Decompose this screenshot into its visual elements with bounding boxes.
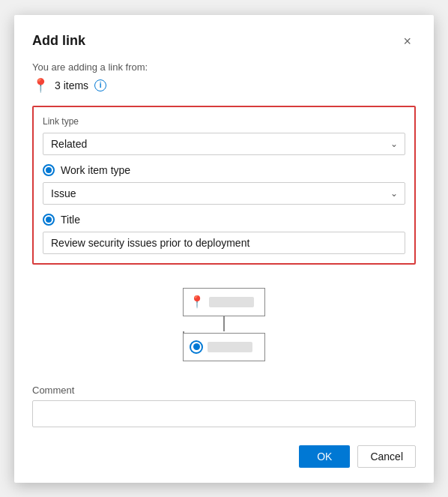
comment-section: Comment — [32, 385, 416, 427]
diagram-connector-top — [223, 316, 225, 331]
diagram-radio-inner — [193, 343, 200, 350]
work-item-type-label: Work item type — [61, 164, 130, 176]
ok-button[interactable]: OK — [299, 445, 350, 468]
link-type-label: Link type — [43, 116, 405, 127]
work-item-type-radio[interactable] — [43, 164, 55, 176]
comment-input[interactable] — [32, 400, 416, 427]
work-item-type-select-wrapper: Issue Epic Feature Task Bug ⌄ — [43, 182, 405, 205]
add-link-dialog: Add link × You are adding a link from: 📍… — [14, 15, 434, 483]
source-label: You are adding a link from: — [32, 61, 416, 73]
info-icon[interactable]: i — [94, 79, 106, 91]
work-item-type-radio-row: Work item type — [43, 164, 405, 176]
title-label: Title — [61, 214, 80, 226]
dialog-title: Add link — [32, 33, 85, 49]
items-count: 3 items — [55, 79, 88, 91]
diagram-bottom-box — [183, 333, 265, 361]
link-section: Link type Related Parent Child Duplicate… — [32, 106, 416, 265]
cancel-button[interactable]: Cancel — [357, 445, 416, 468]
dialog-header: Add link × — [32, 33, 416, 49]
radio-inner-2 — [46, 217, 52, 223]
radio-inner — [46, 167, 52, 173]
link-type-select[interactable]: Related Parent Child Duplicate Duplicate… — [43, 133, 405, 155]
diagram-top-box: 📍 — [183, 288, 265, 316]
diagram-bottom-placeholder — [208, 342, 252, 352]
title-radio[interactable] — [43, 214, 55, 226]
close-button[interactable]: × — [399, 33, 416, 49]
pin-icon: 📍 — [32, 77, 49, 94]
source-row: 📍 3 items i — [32, 77, 416, 94]
work-item-type-select[interactable]: Issue Epic Feature Task Bug — [43, 182, 405, 205]
title-input[interactable] — [43, 232, 405, 254]
dialog-footer: OK Cancel — [32, 445, 416, 468]
diagram-top-placeholder — [209, 297, 254, 307]
comment-label: Comment — [32, 385, 416, 396]
diagram-radio-icon — [190, 340, 203, 354]
title-radio-row: Title — [43, 214, 405, 226]
diagram: 📍 — [183, 288, 265, 361]
diagram-pin-icon: 📍 — [190, 295, 205, 309]
diagram-area: 📍 — [32, 280, 416, 370]
link-type-select-wrapper: Related Parent Child Duplicate Duplicate… — [43, 133, 405, 155]
